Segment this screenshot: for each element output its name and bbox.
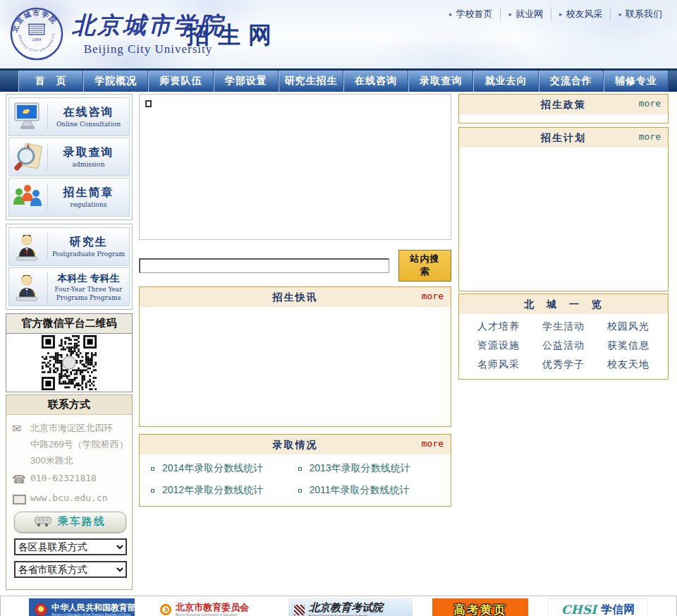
sidebar-button-subtitle: Programs Programs bbox=[49, 294, 128, 301]
left-sidebar: 在线咨询 Online Consultation 录取查询 admission bbox=[6, 94, 133, 590]
sidebar-button-admission-query[interactable]: 录取查询 admission bbox=[8, 138, 130, 176]
admission-results-title: 录取情况 bbox=[273, 439, 318, 450]
admission-policy-box: 招生政策 more bbox=[458, 94, 669, 123]
sidebar-button-title: 研究生 bbox=[49, 235, 128, 250]
nav-item-faculty[interactable]: 师资队伍 bbox=[148, 71, 213, 92]
campus-overview-box: 北 城 一 览 人才培养 学生活动 校园风光 资源设施 公益活动 获奖信息 名师… bbox=[458, 294, 669, 380]
broken-image-placeholder bbox=[145, 100, 152, 107]
arrow-right-icon bbox=[449, 11, 453, 18]
university-seal-logo: 北京城市学院 BEIJING CITY UNIVERSITY 1984 bbox=[9, 6, 64, 61]
nav-item-cooperation[interactable]: 交流合作 bbox=[539, 71, 604, 92]
admission-plan-header: 招生计划 more bbox=[459, 128, 668, 147]
overview-link-public-welfare[interactable]: 公益活动 bbox=[531, 339, 596, 352]
score-stats-label: 2012年录取分数线统计 bbox=[162, 484, 263, 497]
admission-policy-more-link[interactable]: more bbox=[639, 98, 661, 109]
sidebar-button-text: 本科生 专科生 Four-Year Three Year Programs Pr… bbox=[47, 271, 129, 303]
admission-plan-body bbox=[459, 147, 668, 291]
admission-results-box: 录取情况 more 2014年录取分数线统计 2013年录取分数线统计 2012… bbox=[139, 434, 451, 507]
overview-link-alumni[interactable]: 校友天地 bbox=[596, 358, 661, 371]
monitor-icon bbox=[9, 102, 47, 133]
site-search-button[interactable]: 站内搜索 bbox=[398, 250, 451, 282]
magnifier-icon bbox=[9, 142, 47, 173]
search-input[interactable] bbox=[139, 258, 389, 273]
partner-beijing-exam-authority[interactable]: 北京教育考试院 Beijing Education Examinations A… bbox=[288, 598, 413, 616]
nav-item-postgraduate[interactable]: 研究生招生 bbox=[279, 71, 343, 92]
top-link-school-home[interactable]: 学校首页 bbox=[441, 8, 501, 20]
sidebar-button-subtitle: admission bbox=[49, 161, 128, 168]
nav-item-overview[interactable]: 学院概况 bbox=[83, 71, 148, 92]
top-link-contact[interactable]: 联系我们 bbox=[610, 8, 670, 20]
overview-link-facilities[interactable]: 资源设施 bbox=[466, 339, 531, 352]
partner-chsi[interactable]: CHSI 学信网 bbox=[548, 598, 648, 616]
contact-address-line: 300米路北 bbox=[30, 453, 128, 469]
arrow-right-icon bbox=[618, 11, 622, 18]
province-contact-select[interactable]: 各省市联系方式 bbox=[14, 561, 127, 578]
admission-plan-title: 招生计划 bbox=[541, 132, 586, 143]
sidebar-button-subtitle: Online Consultation bbox=[49, 121, 128, 128]
site-header: 北京城市学院 BEIJING CITY UNIVERSITY 1984 北京城市… bbox=[0, 0, 677, 68]
partner-beijing-education-commission[interactable]: 北京市教育委员会 Beijing Municipal Commission of… bbox=[154, 598, 269, 616]
sidebar-button-postgraduate[interactable]: 研究生 Postgraduate Program bbox=[8, 227, 130, 266]
top-link-label: 就业网 bbox=[516, 8, 543, 20]
bus-icon bbox=[35, 517, 53, 527]
overview-link-talent[interactable]: 人才培养 bbox=[466, 320, 531, 333]
score-stats-link-2011[interactable]: 2011年录取分数线统计 bbox=[298, 484, 446, 497]
partner-name-cn: 高考黄页 bbox=[453, 602, 507, 616]
arrow-right-icon bbox=[559, 11, 563, 18]
contact-box: 联系方式 北京市海淀区北四环 中路269号（学院桥西） 300米路北 010-6… bbox=[6, 394, 133, 590]
sidebar-button-text: 招生简章 regulations bbox=[47, 184, 129, 210]
chsi-brand-text: CHSI bbox=[561, 603, 597, 616]
top-link-employment[interactable]: 就业网 bbox=[500, 8, 551, 20]
partner-name-en: Ministry of Education of the People's Re… bbox=[51, 613, 136, 616]
nav-item-minor[interactable]: 辅修专业 bbox=[604, 71, 669, 92]
overview-link-awards[interactable]: 获奖信息 bbox=[596, 339, 661, 352]
partner-name-cn: 学信网 bbox=[601, 603, 635, 616]
partner-gaokao-yellow-pages[interactable]: 高考黄页 bbox=[432, 598, 528, 616]
main-navbar: 首 页 学院概况 师资队伍 学部设置 研究生招生 在线咨询 录取查询 就业去向 … bbox=[0, 68, 677, 92]
people-icon bbox=[9, 182, 47, 213]
score-stats-link-2012[interactable]: 2012年录取分数线统计 bbox=[151, 484, 298, 497]
sidebar-button-undergraduate[interactable]: 本科生 专科生 Four-Year Three Year Programs Pr… bbox=[8, 267, 130, 306]
contact-header: 联系方式 bbox=[6, 395, 132, 415]
phone-icon bbox=[12, 471, 30, 488]
sidebar-button-title: 录取查询 bbox=[49, 145, 128, 160]
admission-plan-more-link[interactable]: more bbox=[639, 131, 661, 142]
bus-route-button[interactable]: 乘车路线 bbox=[14, 512, 126, 533]
top-link-label: 学校首页 bbox=[456, 8, 492, 20]
wechat-qr-code bbox=[42, 335, 97, 390]
square-bullet-icon bbox=[151, 489, 154, 493]
contact-phone: 010-62321818 bbox=[30, 471, 128, 488]
admission-news-more-link[interactable]: more bbox=[422, 291, 444, 301]
contact-address-line: 北京市海淀区北四环 bbox=[30, 421, 128, 437]
score-stats-link-2014[interactable]: 2014年录取分数线统计 bbox=[151, 462, 298, 475]
seal-year-text: 1984 bbox=[32, 37, 42, 42]
nav-item-home[interactable]: 首 页 bbox=[18, 71, 83, 92]
contact-website[interactable]: www.bcu.edu.cn bbox=[30, 491, 128, 506]
sidebar-button-text: 研究生 Postgraduate Program bbox=[47, 234, 129, 259]
page-title: 招生网 bbox=[186, 20, 279, 52]
partner-ministry-of-education[interactable]: 中华人民共和国教育部 Ministry of Education of the … bbox=[29, 598, 135, 616]
exam-authority-logo-icon bbox=[294, 605, 305, 615]
score-stats-label: 2011年录取分数线统计 bbox=[310, 484, 410, 497]
sidebar-button-online-consultation[interactable]: 在线咨询 Online Consultation bbox=[8, 97, 130, 136]
overview-link-outstanding-students[interactable]: 优秀学子 bbox=[531, 358, 596, 371]
overview-link-campus-scenery[interactable]: 校园风光 bbox=[596, 320, 661, 333]
overview-link-student-activities[interactable]: 学生活动 bbox=[531, 320, 596, 333]
nav-item-admission-query[interactable]: 录取查询 bbox=[408, 71, 473, 92]
district-contact-select[interactable]: 各区县联系方式 bbox=[14, 538, 127, 555]
right-column: 招生政策 more 招生计划 more 北 城 一 览 人才培养 学生活动 校园… bbox=[458, 94, 669, 380]
overview-link-famous-teachers[interactable]: 名师风采 bbox=[466, 358, 531, 371]
score-stats-link-2013[interactable]: 2013年录取分数线统计 bbox=[298, 462, 446, 475]
sidebar-button-regulations[interactable]: 招生简章 regulations bbox=[8, 178, 130, 217]
contact-address: 北京市海淀区北四环 中路269号（学院桥西） 300米路北 bbox=[30, 421, 128, 469]
site-search: 站内搜索 bbox=[139, 250, 451, 282]
top-link-alumni[interactable]: 校友风采 bbox=[551, 8, 611, 20]
nav-item-departments[interactable]: 学部设置 bbox=[214, 71, 279, 92]
nav-item-employment[interactable]: 就业去向 bbox=[473, 71, 538, 92]
nav-item-online-consult[interactable]: 在线咨询 bbox=[343, 71, 408, 92]
admission-results-more-link[interactable]: more bbox=[422, 438, 444, 449]
admission-news-box: 招生快讯 more bbox=[139, 286, 451, 427]
square-bullet-icon bbox=[151, 467, 154, 471]
sidebar-button-text: 录取查询 admission bbox=[47, 144, 129, 169]
admission-results-body: 2014年录取分数线统计 2013年录取分数线统计 2012年录取分数线统计 2… bbox=[140, 454, 451, 506]
